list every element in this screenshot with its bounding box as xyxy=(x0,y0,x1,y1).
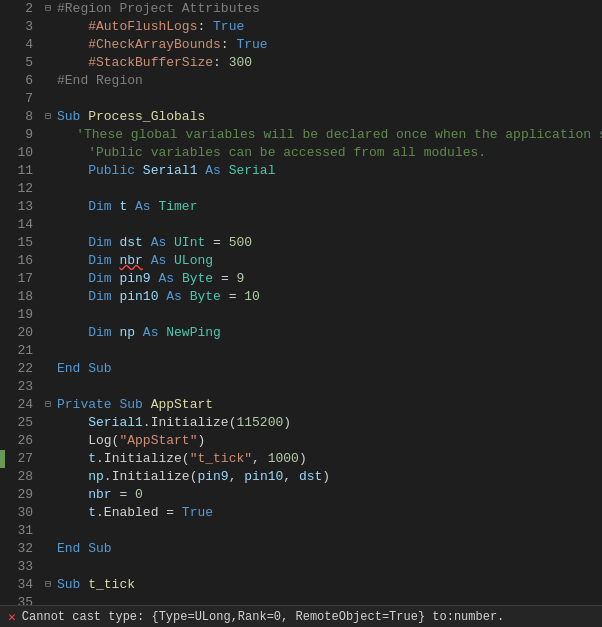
token: Serial xyxy=(229,162,276,180)
token: As xyxy=(158,288,189,306)
code-line[interactable]: End Sub xyxy=(45,540,602,558)
code-line[interactable] xyxy=(45,522,602,540)
token: ) xyxy=(283,414,291,432)
token: Serial1 xyxy=(143,162,198,180)
token: Timer xyxy=(158,198,197,216)
code-line[interactable]: Dim np As NewPing xyxy=(45,324,602,342)
code-line[interactable]: Dim dst As UInt = 500 xyxy=(45,234,602,252)
code-line[interactable]: 'Public variables can be accessed from a… xyxy=(45,144,602,162)
token: Dim xyxy=(88,288,119,306)
line-indicator xyxy=(0,180,5,198)
code-line[interactable]: Log("AppStart") xyxy=(45,432,602,450)
code-line[interactable]: t.Enabled = True xyxy=(45,504,602,522)
code-line[interactable]: t.Initialize("t_tick", 1000) xyxy=(45,450,602,468)
line-indicator xyxy=(0,432,5,450)
line-number: 13 xyxy=(5,198,33,216)
collapse-marker[interactable]: ⊟ xyxy=(45,396,57,414)
token: AppStart xyxy=(151,396,213,414)
code-line[interactable]: Dim nbr As ULong xyxy=(45,252,602,270)
code-line[interactable]: ⊟Sub t_tick xyxy=(45,576,602,594)
code-line[interactable]: nbr = 0 xyxy=(45,486,602,504)
code-line[interactable]: 'These global variables will be declared… xyxy=(45,126,602,144)
code-line[interactable] xyxy=(45,342,602,360)
code-line[interactable]: #CheckArrayBounds: True xyxy=(45,36,602,54)
line-indicator xyxy=(0,558,5,576)
token: Sub xyxy=(57,108,88,126)
line-number: 29 xyxy=(5,486,33,504)
collapse-marker[interactable]: ⊟ xyxy=(45,576,57,594)
line-number: 24 xyxy=(5,396,33,414)
code-line[interactable]: np.Initialize(pin9, pin10, dst) xyxy=(45,468,602,486)
line-indicator xyxy=(0,252,5,270)
token: NewPing xyxy=(166,324,221,342)
token: ) xyxy=(197,432,205,450)
line-indicator xyxy=(0,306,5,324)
code-line[interactable] xyxy=(45,216,602,234)
token: np xyxy=(119,324,135,342)
token: 9 xyxy=(237,270,245,288)
code-line[interactable]: End Sub xyxy=(45,360,602,378)
token: = xyxy=(221,288,244,306)
indent xyxy=(57,270,88,288)
tooltip-bar: ✕ Cannot cast type: {Type=ULong,Rank=0, … xyxy=(0,605,602,627)
line-indicator xyxy=(0,486,5,504)
line-indicator xyxy=(0,198,5,216)
code-line[interactable]: #StackBufferSize: 300 xyxy=(45,54,602,72)
code-line[interactable]: Dim pin9 As Byte = 9 xyxy=(45,270,602,288)
token: As xyxy=(135,324,166,342)
code-line[interactable]: Dim t As Timer xyxy=(45,198,602,216)
indent xyxy=(57,324,88,342)
line-indicator xyxy=(0,0,5,18)
line-number: 32 xyxy=(5,540,33,558)
code-line[interactable] xyxy=(45,90,602,108)
code-line[interactable] xyxy=(45,180,602,198)
token: Byte xyxy=(190,288,221,306)
indent xyxy=(57,162,88,180)
token: Dim xyxy=(88,234,119,252)
token: Serial1 xyxy=(88,414,143,432)
code-line[interactable]: ⊟Sub Process_Globals xyxy=(45,108,602,126)
line-number: 27 xyxy=(5,450,33,468)
token: #AutoFlushLogs xyxy=(88,18,197,36)
token: Log( xyxy=(88,432,119,450)
code-line[interactable] xyxy=(45,378,602,396)
token: : xyxy=(221,36,237,54)
token: Byte xyxy=(182,270,213,288)
token: Dim xyxy=(88,270,119,288)
indent xyxy=(57,432,88,450)
code-line[interactable]: #AutoFlushLogs: True xyxy=(45,18,602,36)
token: 300 xyxy=(229,54,252,72)
code-line[interactable]: ⊟#Region Project Attributes xyxy=(45,0,602,18)
token: 'Public variables can be accessed from a… xyxy=(88,144,486,162)
indent xyxy=(57,504,88,522)
code-line[interactable]: ⊟Private Sub AppStart xyxy=(45,396,602,414)
line-indicator xyxy=(0,126,5,144)
code-lines[interactable]: ⊟#Region Project Attributes #AutoFlushLo… xyxy=(41,0,602,627)
code-line[interactable] xyxy=(45,558,602,576)
code-line[interactable]: #End Region xyxy=(45,72,602,90)
collapse-marker[interactable]: ⊟ xyxy=(45,0,57,18)
line-number: 22 xyxy=(5,360,33,378)
token: Sub xyxy=(119,396,150,414)
indent xyxy=(57,288,88,306)
line-number: 10 xyxy=(5,144,33,162)
line-indicator xyxy=(0,54,5,72)
token: pin10 xyxy=(244,468,283,486)
line-number: 3 xyxy=(5,18,33,36)
line-number: 15 xyxy=(5,234,33,252)
code-line[interactable]: Serial1.Initialize(115200) xyxy=(45,414,602,432)
token: 1000 xyxy=(268,450,299,468)
code-line[interactable]: Dim pin10 As Byte = 10 xyxy=(45,288,602,306)
token: Private xyxy=(57,396,119,414)
token: Process_Globals xyxy=(88,108,205,126)
token: True xyxy=(182,504,213,522)
code-line[interactable] xyxy=(45,306,602,324)
line-indicator xyxy=(0,36,5,54)
token: True xyxy=(236,36,267,54)
token: .Initialize( xyxy=(104,468,198,486)
code-line[interactable]: Public Serial1 As Serial xyxy=(45,162,602,180)
token: #CheckArrayBounds xyxy=(88,36,221,54)
indent xyxy=(57,414,88,432)
collapse-marker[interactable]: ⊟ xyxy=(45,108,57,126)
line-indicator xyxy=(0,90,5,108)
